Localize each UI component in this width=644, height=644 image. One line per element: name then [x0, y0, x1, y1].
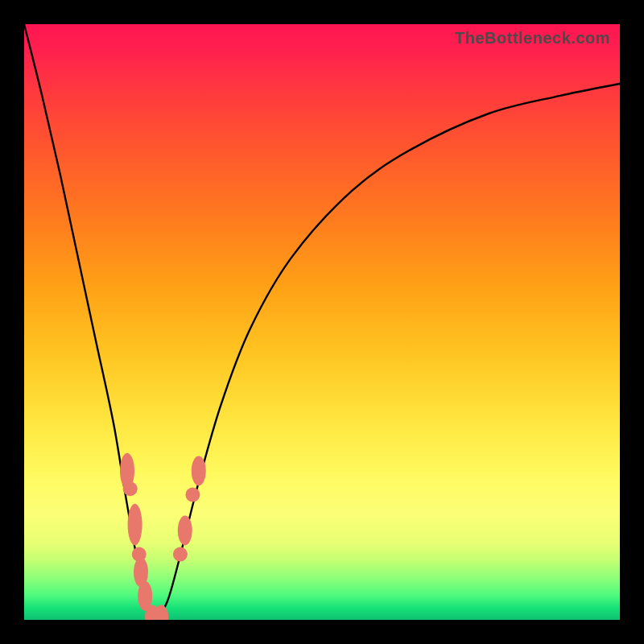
data-marker — [128, 504, 142, 546]
data-marker — [185, 488, 200, 502]
data-marker — [192, 456, 206, 486]
chart-frame: TheBottleneck.com — [0, 0, 644, 644]
chart-svg — [24, 24, 620, 620]
plot-area: TheBottleneck.com — [24, 24, 620, 620]
bottleneck-curve — [24, 24, 620, 620]
data-marker — [173, 547, 188, 562]
data-marker — [178, 516, 192, 546]
data-marker — [123, 481, 138, 496]
watermark-label: TheBottleneck.com — [455, 29, 610, 47]
marker-cluster — [120, 453, 206, 620]
